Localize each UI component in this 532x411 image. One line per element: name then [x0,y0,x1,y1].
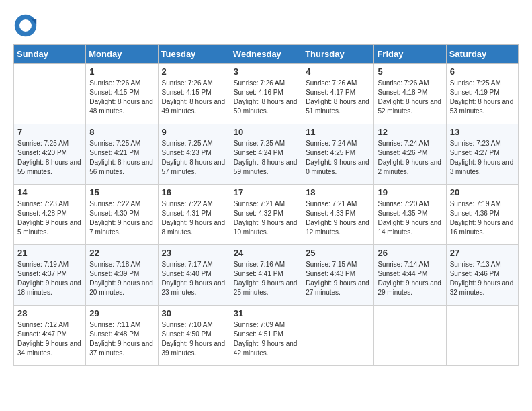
day-info: Sunrise: 7:10 AM Sunset: 4:50 PM Dayligh… [162,320,226,358]
day-info: Sunrise: 7:17 AM Sunset: 4:40 PM Dayligh… [162,260,226,298]
sunrise-text: Sunrise: 7:25 AM [234,140,285,147]
sunset-text: Sunset: 4:24 PM [234,149,283,156]
sunrise-text: Sunrise: 7:26 AM [234,79,285,87]
daylight-text: Daylight: 9 hours and 0 minutes. [306,158,369,175]
sunset-text: Sunset: 4:28 PM [17,210,67,217]
day-info: Sunrise: 7:21 AM Sunset: 4:32 PM Dayligh… [234,199,298,237]
sunrise-text: Sunrise: 7:23 AM [450,140,501,147]
day-info: Sunrise: 7:18 AM Sunset: 4:39 PM Dayligh… [89,260,154,298]
calendar-day-cell: 4 Sunrise: 7:26 AM Sunset: 4:17 PM Dayli… [302,64,374,124]
day-info: Sunrise: 7:13 AM Sunset: 4:46 PM Dayligh… [450,260,515,298]
calendar-day-cell [374,306,446,366]
sunset-text: Sunset: 4:43 PM [306,270,355,277]
daylight-text: Daylight: 8 hours and 57 minutes. [162,158,226,175]
weekday-header: Saturday [446,45,518,64]
calendar-day-cell: 18 Sunrise: 7:21 AM Sunset: 4:33 PM Dayl… [302,185,374,245]
day-number: 4 [306,66,370,77]
sunset-text: Sunset: 4:19 PM [450,89,500,96]
day-info: Sunrise: 7:24 AM Sunset: 4:26 PM Dayligh… [378,139,442,177]
calendar-day-cell: 1 Sunrise: 7:26 AM Sunset: 4:15 PM Dayli… [86,64,158,124]
sunrise-text: Sunrise: 7:25 AM [89,140,140,147]
daylight-text: Daylight: 8 hours and 55 minutes. [17,158,81,175]
calendar-day-cell: 24 Sunrise: 7:16 AM Sunset: 4:41 PM Dayl… [230,245,302,306]
sunrise-text: Sunrise: 7:10 AM [162,321,213,328]
calendar-day-cell [14,64,86,124]
daylight-text: Daylight: 9 hours and 12 minutes. [306,219,369,236]
day-info: Sunrise: 7:16 AM Sunset: 4:41 PM Dayligh… [234,260,298,298]
sunrise-text: Sunrise: 7:22 AM [162,200,213,208]
calendar-day-cell: 22 Sunrise: 7:18 AM Sunset: 4:39 PM Dayl… [86,245,158,306]
sunrise-text: Sunrise: 7:22 AM [89,200,140,208]
calendar-day-cell: 13 Sunrise: 7:23 AM Sunset: 4:27 PM Dayl… [446,124,518,185]
calendar-day-cell: 11 Sunrise: 7:24 AM Sunset: 4:25 PM Dayl… [302,124,374,185]
sunset-text: Sunset: 4:40 PM [162,270,212,277]
day-number: 16 [162,187,226,197]
daylight-text: Daylight: 9 hours and 42 minutes. [234,340,298,357]
calendar-day-cell: 23 Sunrise: 7:17 AM Sunset: 4:40 PM Dayl… [158,245,230,306]
sunset-text: Sunset: 4:50 PM [162,330,212,338]
day-number: 14 [17,187,82,197]
calendar-day-cell: 31 Sunrise: 7:09 AM Sunset: 4:51 PM Dayl… [230,306,302,366]
day-number: 15 [89,187,154,197]
sunset-text: Sunset: 4:39 PM [89,270,139,277]
calendar-table: SundayMondayTuesdayWednesdayThursdayFrid… [13,44,519,366]
daylight-text: Daylight: 9 hours and 27 minutes. [306,279,369,296]
sunrise-text: Sunrise: 7:13 AM [450,261,501,268]
day-number: 23 [162,248,226,258]
day-number: 2 [162,66,226,77]
day-number: 25 [306,248,370,258]
calendar-day-cell: 29 Sunrise: 7:11 AM Sunset: 4:48 PM Dayl… [86,306,158,366]
calendar-day-cell: 16 Sunrise: 7:22 AM Sunset: 4:31 PM Dayl… [158,185,230,245]
day-number: 22 [89,248,154,258]
day-info: Sunrise: 7:25 AM Sunset: 4:21 PM Dayligh… [89,139,154,177]
daylight-text: Daylight: 8 hours and 48 minutes. [89,98,153,115]
day-info: Sunrise: 7:25 AM Sunset: 4:19 PM Dayligh… [450,79,515,116]
calendar-day-cell: 19 Sunrise: 7:20 AM Sunset: 4:35 PM Dayl… [374,185,446,245]
day-info: Sunrise: 7:19 AM Sunset: 4:36 PM Dayligh… [450,199,515,237]
sunset-text: Sunset: 4:21 PM [89,149,139,156]
calendar-day-cell: 25 Sunrise: 7:15 AM Sunset: 4:43 PM Dayl… [302,245,374,306]
sunset-text: Sunset: 4:25 PM [306,149,355,156]
day-info: Sunrise: 7:26 AM Sunset: 4:15 PM Dayligh… [89,79,154,116]
calendar-week-row: 14 Sunrise: 7:23 AM Sunset: 4:28 PM Dayl… [14,185,519,245]
sunset-text: Sunset: 4:33 PM [306,210,355,217]
sunrise-text: Sunrise: 7:18 AM [89,261,140,268]
day-info: Sunrise: 7:12 AM Sunset: 4:47 PM Dayligh… [17,320,82,358]
calendar-day-cell [302,306,374,366]
sunrise-text: Sunrise: 7:26 AM [89,79,140,87]
day-number: 28 [17,308,82,318]
day-info: Sunrise: 7:26 AM Sunset: 4:17 PM Dayligh… [306,79,370,116]
sunrise-text: Sunrise: 7:24 AM [378,140,429,147]
weekday-header: Friday [374,45,446,64]
sunrise-text: Sunrise: 7:14 AM [378,261,429,268]
sunrise-text: Sunrise: 7:09 AM [234,321,285,328]
sunset-text: Sunset: 4:15 PM [162,89,212,96]
sunrise-text: Sunrise: 7:23 AM [17,200,69,208]
sunrise-text: Sunrise: 7:21 AM [306,200,357,208]
page-header [13,13,519,38]
day-info: Sunrise: 7:19 AM Sunset: 4:37 PM Dayligh… [17,260,82,298]
sunset-text: Sunset: 4:48 PM [89,330,139,338]
daylight-text: Daylight: 9 hours and 37 minutes. [89,340,153,357]
sunset-text: Sunset: 4:27 PM [450,149,500,156]
sunrise-text: Sunrise: 7:16 AM [234,261,285,268]
daylight-text: Daylight: 9 hours and 5 minutes. [17,219,81,236]
calendar-day-cell: 26 Sunrise: 7:14 AM Sunset: 4:44 PM Dayl… [374,245,446,306]
calendar-day-cell: 6 Sunrise: 7:25 AM Sunset: 4:19 PM Dayli… [446,64,518,124]
calendar-day-cell: 3 Sunrise: 7:26 AM Sunset: 4:16 PM Dayli… [230,64,302,124]
sunrise-text: Sunrise: 7:25 AM [162,140,213,147]
logo-icon [13,13,38,38]
daylight-text: Daylight: 9 hours and 23 minutes. [162,279,226,296]
sunrise-text: Sunrise: 7:24 AM [306,140,357,147]
calendar-day-cell [446,306,518,366]
sunset-text: Sunset: 4:36 PM [450,210,500,217]
logo [13,13,40,38]
sunset-text: Sunset: 4:37 PM [17,270,67,277]
day-number: 29 [89,308,154,318]
day-number: 9 [162,127,226,137]
daylight-text: Daylight: 9 hours and 8 minutes. [162,219,226,236]
daylight-text: Daylight: 9 hours and 25 minutes. [234,279,298,296]
day-number: 12 [378,127,442,137]
day-number: 27 [450,248,515,258]
day-info: Sunrise: 7:09 AM Sunset: 4:51 PM Dayligh… [234,320,298,358]
